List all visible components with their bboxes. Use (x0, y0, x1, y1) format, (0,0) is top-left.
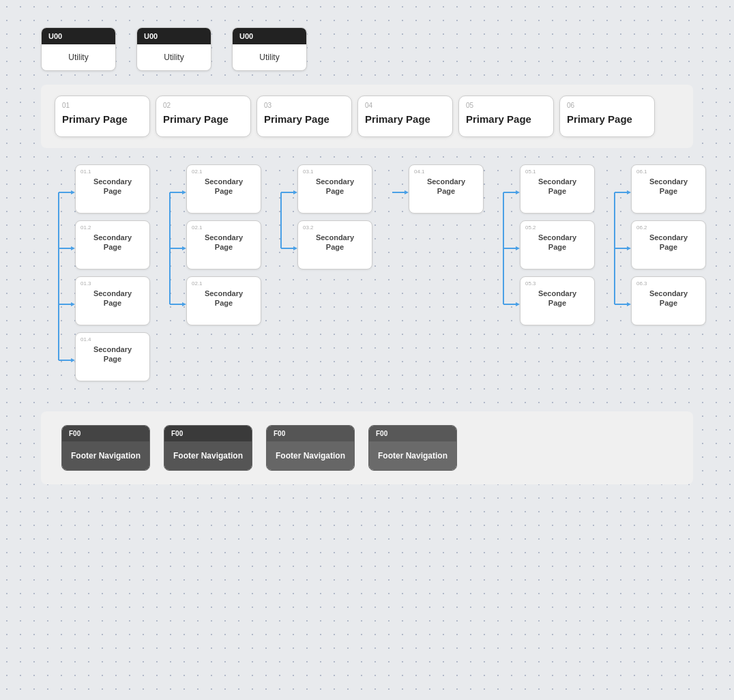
primary-card-title: Primary Page (459, 111, 553, 136)
utility-card-header: U00 (42, 28, 115, 44)
utility-card-3[interactable]: U00 Utility (232, 27, 307, 71)
utility-card-header: U00 (137, 28, 211, 44)
secondary-card-title: SecondaryPage (187, 287, 261, 312)
footer-card-4[interactable]: F00 Footer Navigation (368, 425, 457, 471)
secondary-card-06-2[interactable]: 06.2 SecondaryPage (631, 220, 706, 269)
secondary-card-num: 04.1 (409, 165, 483, 175)
primary-card-title: Primary Page (257, 111, 351, 136)
secondary-card-03-1[interactable]: 03.1 SecondaryPage (297, 164, 372, 214)
footer-section: F00 Footer Navigation F00 Footer Navigat… (41, 411, 693, 484)
secondary-card-title: SecondaryPage (76, 175, 149, 201)
secondary-card-num: 01.3 (76, 277, 149, 287)
col-03: 03.1 SecondaryPage 03.2 SecondaryPage (277, 158, 383, 395)
secondary-card-05-3[interactable]: 05.3 SecondaryPage (520, 276, 595, 325)
secondary-card-num: 06.2 (632, 221, 705, 231)
primary-card-num: 06 (560, 96, 654, 111)
secondary-card-num: 02.1 (187, 277, 261, 287)
secondary-card-02-1[interactable]: 02.1 SecondaryPage (186, 164, 261, 214)
secondary-card-05-2[interactable]: 05.2 SecondaryPage (520, 220, 595, 269)
footer-cards-row: F00 Footer Navigation F00 Footer Navigat… (61, 425, 673, 471)
utility-card-body: Utility (42, 44, 115, 70)
secondary-card-title: SecondaryPage (632, 287, 705, 312)
secondary-card-num: 05.1 (520, 165, 594, 175)
secondary-card-title: SecondaryPage (76, 287, 149, 312)
secondary-card-title: SecondaryPage (187, 175, 261, 201)
primary-card-01[interactable]: 01 Primary Page (55, 96, 150, 137)
secondary-card-01-2[interactable]: 01.2 SecondaryPage (75, 220, 150, 269)
utility-card-1[interactable]: U00 Utility (41, 27, 116, 71)
footer-card-3[interactable]: F00 Footer Navigation (266, 425, 355, 471)
footer-card-header: F00 (267, 426, 354, 441)
primary-card-title: Primary Page (560, 111, 654, 136)
connector-svg-04 (388, 158, 409, 227)
secondary-card-title: SecondaryPage (298, 231, 372, 257)
utility-card-body: Utility (137, 44, 211, 70)
col-06: 06.1 SecondaryPage 06.2 SecondaryPage 06… (611, 158, 716, 395)
primary-card-title: Primary Page (55, 111, 149, 136)
connector-svg-01 (55, 158, 75, 395)
secondary-card-num: 05.3 (520, 277, 594, 287)
footer-card-header: F00 (164, 426, 252, 441)
secondary-card-05-1[interactable]: 05.1 SecondaryPage (520, 164, 595, 214)
secondary-card-num: 01.2 (76, 221, 149, 231)
secondary-card-01-4[interactable]: 01.4 SecondaryPage (75, 332, 150, 381)
footer-card-body: Footer Navigation (164, 441, 252, 470)
secondary-card-01-3[interactable]: 01.3 SecondaryPage (75, 276, 150, 325)
secondary-card-num: 06.1 (632, 165, 705, 175)
secondary-card-num: 02.1 (187, 165, 261, 175)
primary-card-num: 02 (156, 96, 250, 111)
secondary-card-title: SecondaryPage (76, 231, 149, 257)
secondary-card-title: SecondaryPage (298, 175, 372, 201)
footer-card-body: Footer Navigation (267, 441, 354, 470)
connector-svg-03 (277, 158, 297, 283)
secondary-card-num: 02.1 (187, 221, 261, 231)
secondary-card-title: SecondaryPage (520, 231, 594, 257)
col-04: 04.1 SecondaryPage (388, 158, 494, 395)
utility-card-body: Utility (233, 44, 306, 70)
secondary-card-01-1[interactable]: 01.1 SecondaryPage (75, 164, 150, 214)
connector-svg-05 (499, 158, 520, 339)
primary-card-05[interactable]: 05 Primary Page (458, 96, 554, 137)
col-02: 02.1 SecondaryPage 02.1 SecondaryPage 02… (166, 158, 271, 395)
secondary-card-num: 06.3 (632, 277, 705, 287)
secondary-card-03-2[interactable]: 03.2 SecondaryPage (297, 220, 372, 269)
secondary-card-num: 05.2 (520, 221, 594, 231)
primary-card-num: 04 (358, 96, 452, 111)
primary-card-title: Primary Page (156, 111, 250, 136)
secondary-section: 01.1 SecondaryPage 01.2 SecondaryPage 01… (0, 148, 734, 405)
utility-section: U00 Utility U00 Utility U00 Utility (0, 0, 734, 85)
secondary-card-02-1[interactable]: 02.1 SecondaryPage (186, 220, 261, 269)
secondary-card-title: SecondaryPage (632, 231, 705, 257)
secondary-card-num: 01.1 (76, 165, 149, 175)
primary-card-04[interactable]: 04 Primary Page (357, 96, 453, 137)
secondary-card-title: SecondaryPage (76, 343, 149, 368)
utility-card-2[interactable]: U00 Utility (136, 27, 211, 71)
col-01: 01.1 SecondaryPage 01.2 SecondaryPage 01… (55, 158, 160, 395)
primary-card-num: 05 (459, 96, 553, 111)
secondary-card-06-1[interactable]: 06.1 SecondaryPage (631, 164, 706, 214)
footer-card-header: F00 (62, 426, 149, 441)
secondary-card-title: SecondaryPage (520, 175, 594, 201)
footer-card-header: F00 (369, 426, 456, 441)
secondary-card-02-1[interactable]: 02.1 SecondaryPage (186, 276, 261, 325)
utility-card-header: U00 (233, 28, 306, 44)
primary-cards-row: 01 Primary Page 02 Primary Page 03 Prima… (55, 96, 679, 137)
secondary-card-04-1[interactable]: 04.1 SecondaryPage (409, 164, 484, 214)
primary-card-num: 03 (257, 96, 351, 111)
secondary-card-06-3[interactable]: 06.3 SecondaryPage (631, 276, 706, 325)
footer-card-1[interactable]: F00 Footer Navigation (61, 425, 150, 471)
secondary-card-num: 01.4 (76, 333, 149, 343)
secondary-card-title: SecondaryPage (187, 231, 261, 257)
secondary-card-num: 03.2 (298, 221, 372, 231)
primary-card-02[interactable]: 02 Primary Page (156, 96, 251, 137)
footer-card-2[interactable]: F00 Footer Navigation (164, 425, 252, 471)
connector-svg-06 (611, 158, 631, 339)
primary-card-03[interactable]: 03 Primary Page (256, 96, 352, 137)
primary-card-num: 01 (55, 96, 149, 111)
secondary-card-title: SecondaryPage (520, 287, 594, 312)
primary-card-06[interactable]: 06 Primary Page (559, 96, 655, 137)
footer-card-body: Footer Navigation (62, 441, 149, 470)
secondary-card-num: 03.1 (298, 165, 372, 175)
primary-section: 01 Primary Page 02 Primary Page 03 Prima… (41, 85, 693, 148)
primary-card-title: Primary Page (358, 111, 452, 136)
